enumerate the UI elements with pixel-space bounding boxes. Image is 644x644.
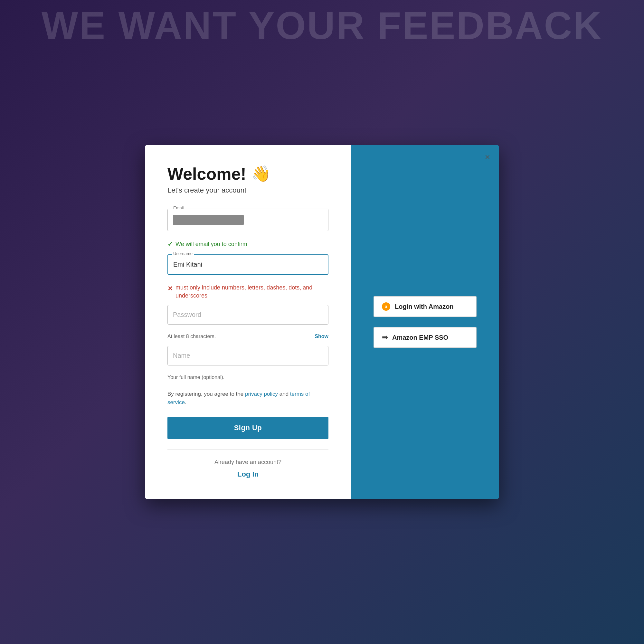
email-masked-value — [173, 215, 244, 225]
password-input[interactable] — [167, 305, 328, 325]
left-panel: Welcome! 👋 Let's create your account Ema… — [145, 145, 351, 499]
password-group — [167, 305, 328, 325]
amazon-sso-button[interactable]: ➡ Amazon EMP SSO — [374, 327, 477, 348]
email-confirm-message: ✓ We will email you to confirm — [167, 240, 328, 248]
username-input[interactable] — [167, 254, 328, 275]
username-group: Username — [167, 254, 328, 275]
login-link[interactable]: Log In — [167, 470, 328, 478]
amazon-icon: a — [382, 302, 390, 311]
background-text: WE WANT YOUR FEEDBACK — [0, 0, 644, 48]
show-password-button[interactable]: Show — [315, 334, 328, 339]
error-text: must only include numbers, letters, dash… — [175, 284, 328, 300]
right-panel: × a Login with Amazon ➡ Amazon EMP SSO — [351, 145, 499, 499]
privacy-policy-link[interactable]: privacy policy — [245, 391, 278, 397]
close-button[interactable]: × — [485, 153, 490, 162]
name-hint-text: Your full name (optional). — [167, 374, 328, 380]
login-with-amazon-button[interactable]: a Login with Amazon — [374, 296, 477, 317]
welcome-text: Welcome! — [167, 164, 246, 184]
terms-of-service-link[interactable]: terms of service — [167, 391, 310, 405]
confirm-checkmark: ✓ — [167, 240, 173, 248]
password-hint-text: At least 8 characters. — [167, 334, 216, 339]
sso-icon: ➡ — [382, 333, 388, 342]
welcome-emoji: 👋 — [251, 165, 271, 183]
email-group: Email — [167, 209, 328, 231]
modal-container: Welcome! 👋 Let's create your account Ema… — [145, 145, 499, 499]
name-group — [167, 346, 328, 365]
confirm-text: We will email you to confirm — [175, 241, 247, 248]
error-x-icon: ✕ — [167, 284, 173, 293]
sso-button-label: Amazon EMP SSO — [392, 334, 448, 341]
name-input[interactable] — [167, 346, 328, 365]
username-label: Username — [172, 251, 194, 256]
terms-text: By registering, you agree to the privacy… — [167, 390, 328, 406]
divider — [167, 450, 328, 450]
already-account-text: Already have an account? — [167, 459, 328, 466]
amazon-button-label: Login with Amazon — [395, 303, 454, 310]
signup-button[interactable]: Sign Up — [167, 417, 328, 439]
username-error-message: ✕ must only include numbers, letters, da… — [167, 284, 328, 300]
welcome-subtitle: Let's create your account — [167, 186, 328, 194]
email-label: Email — [172, 205, 185, 210]
password-hint-row: At least 8 characters. Show — [167, 334, 328, 339]
welcome-heading: Welcome! 👋 — [167, 164, 328, 184]
